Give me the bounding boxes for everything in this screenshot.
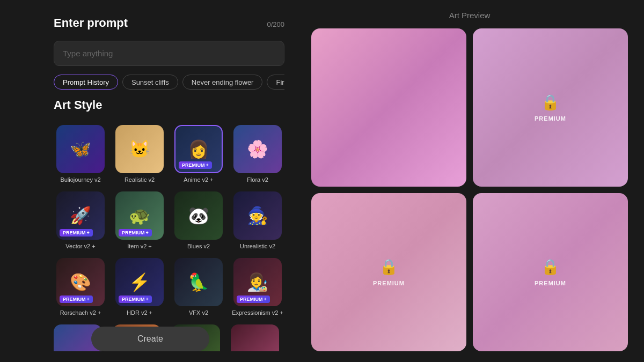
item-premium-badge: PREMIUM + [119,229,152,237]
art-card-buliojourney[interactable]: 🦋 Buliojourney v2 [54,125,107,183]
art-style-grid-row-3: 🎨 PREMIUM + Rorschach v2 + ⚡ PREMIUM + H… [54,258,284,316]
chip-sunset-cliffs[interactable]: Sunset cliffs [122,75,178,90]
left-panel: Enter prompt 0/200 Prompt History Sunset… [0,0,301,362]
art-card-anime[interactable]: 👩 PREMIUM + Anime v2 + [172,125,225,183]
art-card-unrealistic[interactable]: 🧙 Unrealistic v2 [231,191,284,249]
art-label-blues: Blues v2 [187,243,210,249]
art-label-expressionism: Expressionism v2 + [232,309,283,316]
prompt-header: Enter prompt 0/200 [54,16,284,32]
preview-card-4: 🔒 PREMIUM [473,193,628,351]
premium-text-4: PREMIUM [535,280,566,286]
preview-grid: 🔒 PREMIUM 🔒 PREMIUM 🔒 PREMIUM [311,28,628,351]
art-style-grid-row-1: 🦋 Buliojourney v2 🐱 Realistic v2 👩 PREMI… [54,125,284,183]
art-card-vector[interactable]: 🚀 PREMIUM + Vector v2 + [54,191,107,249]
art-label-hdr: HDR v2 + [127,309,152,316]
hdr-premium-badge: PREMIUM + [119,295,152,303]
art-card-blues[interactable]: 🐼 Blues v2 [172,191,225,249]
premium-text-2: PREMIUM [535,115,566,122]
premium-text-3: PREMIUM [373,280,405,286]
art-label-item: Item v2 + [127,243,152,249]
art-label-vector: Vector v2 + [65,243,95,249]
preview-card-3: 🔒 PREMIUM [311,193,466,351]
art-style-grid-row-2: 🚀 PREMIUM + Vector v2 + 🐢 PREMIUM + Item… [54,191,284,249]
vector-premium-badge: PREMIUM + [60,229,93,237]
preview-card-1 [311,28,466,187]
art-card-hdr[interactable]: ⚡ PREMIUM + HDR v2 + [113,258,166,316]
lock-icon-4: 🔒 [541,258,560,276]
right-panel: Art Preview 🔒 PREMIUM 🔒 PREMIUM 🔒 PREMIU… [301,0,644,362]
art-card-vfx[interactable]: 🦜 VFX v2 [172,258,225,316]
art-label-buliojourney: Buliojourney v2 [60,176,100,183]
art-card-expressionism[interactable]: 👩‍🎨 PREMIUM + Expressionism v2 + [231,258,284,316]
art-label-flora: Flora v2 [247,176,268,183]
chips-row: Prompt History Sunset cliffs Never endin… [54,75,284,90]
art-label-realistic: Realistic v2 [125,176,155,183]
art-card-rorschach[interactable]: 🎨 PREMIUM + Rorschach v2 + [54,258,107,316]
char-count: 0/200 [267,20,284,28]
art-label-rorschach: Rorschach v2 + [60,309,101,316]
art-style-title: Art Style [54,98,284,112]
lock-icon-2: 🔒 [541,93,560,111]
art-label-unrealistic: Unrealistic v2 [240,243,275,249]
art-card-realistic[interactable]: 🐱 Realistic v2 [113,125,166,183]
lock-icon-3: 🔒 [379,258,398,276]
chip-prompt-history[interactable]: Prompt History [54,75,118,90]
enter-prompt-title: Enter prompt [54,16,128,30]
premium-lock-2: 🔒 PREMIUM [535,93,566,122]
art-label-vfx: VFX v2 [189,309,208,316]
expressionism-premium-badge: PREMIUM + [237,295,270,303]
anime-premium-badge: PREMIUM + [179,161,212,169]
chip-fire-and[interactable]: Fire and w [267,75,284,90]
art-card-flora[interactable]: 🌸 Flora v2 [231,125,284,183]
create-button-wrapper: Create [91,327,209,351]
create-button[interactable]: Create [91,327,209,351]
art-preview-title: Art Preview [311,11,628,20]
rorschach-premium-badge: PREMIUM + [60,295,93,303]
art-card-item[interactable]: 🐢 PREMIUM + Item v2 + [113,191,166,249]
premium-lock-4: 🔒 PREMIUM [535,258,566,286]
chip-never-ending-flower[interactable]: Never ending flower [182,75,263,90]
preview-card-2: 🔒 PREMIUM [473,28,628,187]
art-label-anime: Anime v2 + [184,176,213,183]
partial-thumb-4[interactable] [231,324,279,351]
prompt-input[interactable] [54,41,284,66]
premium-lock-3: 🔒 PREMIUM [373,258,405,286]
